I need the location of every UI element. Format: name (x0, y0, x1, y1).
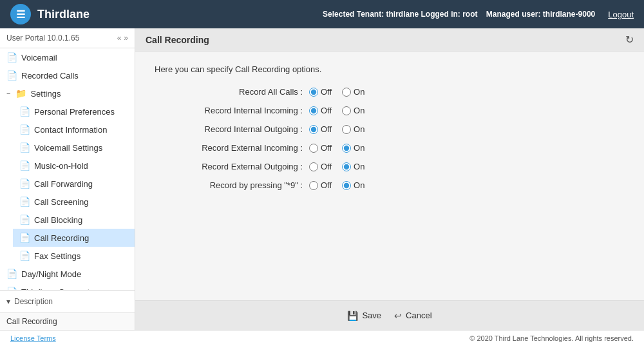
sidebar-scroll: 📄 Voicemail 📄 Recorded Calls − 📁 Setting… (0, 48, 135, 290)
radio-external-incoming-off[interactable]: Off (309, 143, 332, 153)
label-record-by-pressing: Record by pressing "*9" : (155, 180, 303, 190)
radio-internal-outgoing-on[interactable]: On (342, 124, 365, 134)
form-row-record-internal-outgoing: Record Internal Outgoing : Off On (155, 124, 625, 134)
sidebar-label-day-night: Day/Night Mode (21, 269, 81, 279)
radio-group-record-external-outgoing: Off On (309, 162, 365, 171)
radio-record-pressing-off[interactable]: Off (309, 180, 332, 190)
radio-input-external-incoming-off[interactable] (309, 144, 318, 153)
sidebar-item-call-forwarding[interactable]: 📄 Call Forwarding (13, 175, 135, 193)
logout-button[interactable]: Logout (608, 10, 634, 19)
sidebar-label-call-blocking: Call Blocking (34, 215, 82, 225)
sidebar-collapse-arrows[interactable]: « » (117, 34, 128, 43)
form-row-record-internal-incoming: Record Internal Incoming : Off On (155, 106, 625, 115)
radio-input-external-outgoing-on[interactable] (342, 162, 351, 171)
radio-external-outgoing-off[interactable]: Off (309, 162, 332, 171)
description-value: Call Recording (6, 317, 57, 326)
refresh-button[interactable]: ↻ (625, 34, 634, 46)
label-record-internal-outgoing: Record Internal Outgoing : (155, 124, 303, 134)
radio-input-record-all-off[interactable] (309, 88, 318, 97)
page-footer: License Terms © 2020 Third Lane Technolo… (0, 330, 644, 346)
radio-internal-incoming-on[interactable]: On (342, 106, 365, 115)
sidebar-item-thirdlane-connect[interactable]: 📄 Thirdlane Connect (0, 283, 135, 290)
sidebar-label-contact-information: Contact Information (34, 125, 107, 135)
cancel-icon: ↩ (394, 311, 402, 321)
form-row-record-external-outgoing: Record External Outgoing : Off On (155, 162, 625, 171)
tenant-info: Selected Tenant: thirdlane Logged in: (323, 10, 460, 19)
radio-group-record-internal-outgoing: Off On (309, 124, 365, 134)
copyright-text: © 2020 Third Lane Technologies. All righ… (469, 334, 634, 342)
personal-pref-icon: 📄 (19, 106, 30, 117)
radio-input-pressing-on[interactable] (342, 181, 351, 190)
sidebar-item-call-blocking[interactable]: 📄 Call Blocking (13, 211, 135, 229)
form-row-record-by-pressing: Record by pressing "*9" : Off On (155, 180, 625, 190)
voicemail-icon: 📄 (6, 52, 17, 62)
radio-group-record-external-incoming: Off On (309, 143, 365, 153)
sidebar-item-contact-information[interactable]: 📄 Contact Information (13, 120, 135, 139)
radio-external-incoming-on[interactable]: On (342, 143, 365, 153)
fax-settings-icon: 📄 (19, 251, 30, 261)
radio-record-all-calls-off[interactable]: Off (309, 87, 332, 97)
sidebar-footer-description[interactable]: ▾ Description (6, 294, 128, 309)
label-record-all-calls: Record All Calls : (155, 87, 303, 97)
radio-input-pressing-off[interactable] (309, 181, 318, 190)
sidebar-item-day-night-mode[interactable]: 📄 Day/Night Mode (0, 265, 135, 283)
sidebar-label-fax-settings: Fax Settings (34, 251, 80, 261)
sidebar-header: User Portal 10.0.1.65 « » (0, 28, 135, 48)
logo-text: Thirdlane (37, 8, 90, 21)
sidebar-item-voicemail-settings[interactable]: 📄 Voicemail Settings (13, 139, 135, 157)
radio-input-external-incoming-on[interactable] (342, 144, 351, 153)
chevron-down-icon: ▾ (6, 297, 10, 306)
sidebar-item-personal-preferences[interactable]: 📄 Personal Preferences (13, 102, 135, 120)
sidebar: User Portal 10.0.1.65 « » 📄 Voicemail 📄 … (0, 28, 135, 330)
radio-internal-outgoing-off[interactable]: Off (309, 124, 332, 134)
call-screening-icon: 📄 (19, 197, 30, 207)
sidebar-item-fax-settings[interactable]: 📄 Fax Settings (13, 247, 135, 265)
sidebar-label-recorded-calls: Recorded Calls (21, 71, 79, 81)
sidebar-label-voicemail: Voicemail (21, 53, 57, 62)
sidebar-label-music-on-hold: Music-on-Hold (34, 161, 88, 171)
radio-input-record-all-on[interactable] (342, 88, 351, 97)
cancel-button[interactable]: ↩ Cancel (394, 311, 431, 321)
radio-record-pressing-on[interactable]: On (342, 180, 365, 190)
sidebar-item-music-on-hold[interactable]: 📄 Music-on-Hold (13, 157, 135, 175)
radio-internal-incoming-off[interactable]: Off (309, 106, 332, 115)
cancel-label: Cancel (406, 311, 431, 320)
form-row-record-all-calls: Record All Calls : Off On (155, 87, 625, 97)
sidebar-label-call-recording: Call Recording (34, 233, 89, 243)
sidebar-item-recorded-calls[interactable]: 📄 Recorded Calls (0, 66, 135, 84)
portal-label: User Portal 10.0.1.65 (6, 34, 79, 43)
folder-label: Settings (30, 89, 61, 99)
sidebar-label-voicemail-settings: Voicemail Settings (34, 143, 102, 153)
save-button[interactable]: 💾 Save (347, 311, 381, 321)
radio-external-outgoing-on[interactable]: On (342, 162, 365, 171)
sidebar-item-call-recording[interactable]: 📄 Call Recording (13, 229, 135, 247)
label-record-external-outgoing: Record External Outgoing : (155, 162, 303, 171)
sidebar-label-call-forwarding: Call Forwarding (34, 179, 93, 189)
license-terms-link[interactable]: License Terms (10, 334, 56, 342)
header: ☰ Thirdlane Selected Tenant: thirdlane L… (0, 0, 644, 28)
recorded-calls-icon: 📄 (6, 70, 17, 81)
radio-input-internal-outgoing-on[interactable] (342, 125, 351, 134)
header-info: Selected Tenant: thirdlane Logged in: ro… (323, 10, 595, 19)
sidebar-item-call-screening[interactable]: 📄 Call Screening (13, 193, 135, 211)
managed-user: Managed user: thirdlane-9000 (486, 10, 595, 19)
form-row-record-external-incoming: Record External Incoming : Off On (155, 143, 625, 153)
logo: ☰ Thirdlane (10, 4, 90, 24)
sidebar-label-call-screening: Call Screening (34, 197, 89, 207)
content-description: Here you can specify Call Recording opti… (155, 64, 625, 74)
minus-icon: − (6, 90, 10, 97)
radio-input-internal-incoming-off[interactable] (309, 106, 318, 115)
sidebar-item-voicemail[interactable]: 📄 Voicemail (0, 48, 135, 66)
radio-input-internal-incoming-on[interactable] (342, 106, 351, 115)
radio-record-all-calls-on[interactable]: On (342, 87, 365, 97)
call-recording-icon: 📄 (19, 233, 30, 243)
sidebar-collapse-handle[interactable]: ⋮ (135, 166, 135, 192)
day-night-icon: 📄 (6, 269, 17, 279)
radio-input-external-outgoing-off[interactable] (309, 162, 318, 171)
content-header: Call Recording ↻ (135, 28, 644, 52)
label-record-external-incoming: Record External Incoming : (155, 143, 303, 153)
radio-group-record-by-pressing: Off On (309, 180, 365, 190)
sidebar-folder-settings[interactable]: − 📁 Settings (0, 84, 135, 102)
radio-input-internal-outgoing-off[interactable] (309, 125, 318, 134)
radio-group-record-all-calls: Off On (309, 87, 365, 97)
